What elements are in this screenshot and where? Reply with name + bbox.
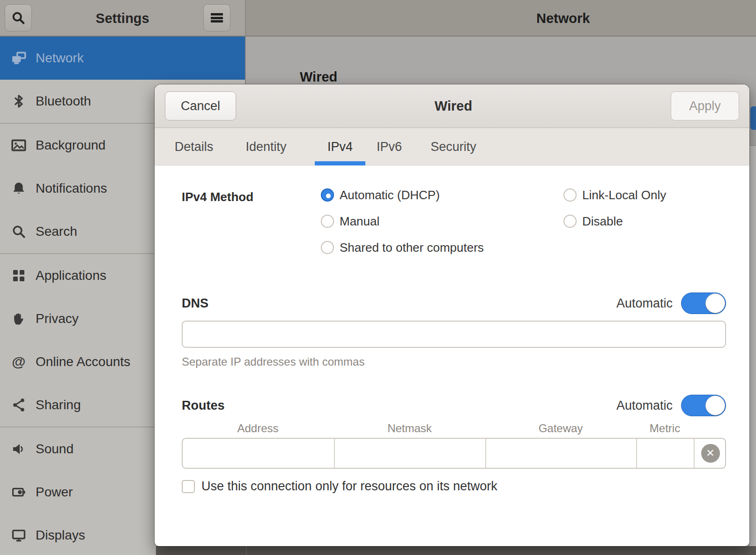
method-column-left: Automatic (DHCP) Manual Shared to other … (321, 187, 484, 255)
radio-on-icon (321, 188, 334, 202)
ipv4-method-label: IPv4 Method (182, 190, 253, 204)
route-metric-input[interactable] (637, 439, 694, 468)
wired-switch-fragment (750, 106, 756, 130)
sidebar-item-label: Sharing (36, 398, 81, 412)
network-page-title: Network (536, 0, 590, 37)
wired-panel-edge (749, 145, 756, 547)
dialog-bottom-shade (156, 546, 756, 555)
radio-link-local[interactable]: Link-Local Only (563, 187, 666, 203)
column-netmask: Netmask (334, 422, 485, 435)
routes-label: Routes (182, 398, 225, 413)
bluetooth-icon (10, 93, 27, 110)
image-icon (10, 137, 27, 154)
at-icon: @ (10, 353, 27, 370)
routes-automatic-toggle[interactable] (681, 395, 726, 416)
radio-shared[interactable]: Shared to other computers (321, 240, 484, 255)
bell-icon (10, 180, 27, 197)
method-column-right: Link-Local Only Disable (563, 187, 666, 229)
monitor-icon (10, 527, 27, 544)
toggle-knob (705, 293, 725, 313)
dns-input[interactable] (182, 321, 726, 348)
ipv4-page: IPv4 Method Automatic (DHCP) Manual Shar… (155, 187, 749, 494)
sidebar-item-label: Online Accounts (36, 354, 130, 369)
dialog-title: Wired (236, 98, 671, 114)
route-metric-cell (636, 439, 694, 468)
routes-automatic-group: Automatic (616, 395, 726, 416)
column-metric: Metric (636, 422, 694, 435)
menu-button[interactable] (203, 4, 230, 31)
wired-dialog: Cancel Wired Apply Details Identity IPv4… (155, 84, 749, 546)
routes-columns-header: Address Netmask Gateway Metric (182, 422, 726, 435)
settings-headerbar: Settings (0, 0, 245, 37)
radio-off-icon (563, 215, 577, 228)
hamburger-icon (211, 13, 223, 22)
dns-hint: Separate IP addresses with commas (182, 355, 726, 368)
dialog-headerbar: Cancel Wired Apply (155, 84, 749, 128)
dns-section-header: DNS Automatic (182, 292, 726, 314)
radio-off-icon (321, 215, 334, 228)
column-gateway: Gateway (485, 422, 636, 435)
radio-manual[interactable]: Manual (321, 213, 484, 229)
sidebar-item-label: Power (36, 485, 73, 500)
cancel-button[interactable]: Cancel (165, 91, 236, 120)
dialog-tabbar: Details Identity IPv4 IPv6 Security (155, 128, 749, 165)
route-gateway-cell (485, 439, 636, 468)
sidebar-item-label: Applications (36, 268, 106, 283)
sidebar-item-label: Background (36, 138, 105, 153)
routes-section-header: Routes Automatic (182, 395, 726, 416)
hand-icon (10, 310, 27, 327)
magnifier-icon (10, 223, 27, 240)
wired-section-title: Wired (300, 69, 337, 85)
ipv4-method-group: IPv4 Method Automatic (DHCP) Manual Shar… (182, 187, 726, 274)
tab-ipv6[interactable]: IPv6 (368, 128, 411, 165)
sidebar-item-label: Network (36, 51, 84, 66)
route-netmask-cell (334, 439, 485, 468)
battery-icon (10, 484, 27, 501)
share-icon (10, 397, 27, 413)
dns-automatic-label: Automatic (616, 296, 673, 311)
route-address-cell (183, 439, 334, 468)
route-address-input[interactable] (183, 439, 334, 468)
restrict-connection-row: Use this connection only for resources o… (182, 479, 726, 494)
restrict-connection-label: Use this connection only for resources o… (201, 479, 497, 494)
sidebar-item-label: Sound (36, 442, 74, 457)
radio-off-icon (321, 241, 334, 254)
column-address: Address (182, 422, 334, 435)
sidebar-item-label: Bluetooth (36, 94, 91, 109)
speaker-icon (10, 441, 27, 458)
radio-disable[interactable]: Disable (563, 213, 666, 229)
toggle-knob (705, 396, 725, 415)
sidebar-item-label: Displays (36, 528, 85, 543)
sidebar-divider-shadow (246, 546, 247, 555)
route-netmask-input[interactable] (335, 439, 485, 468)
radio-automatic-dhcp[interactable]: Automatic (DHCP) (321, 187, 484, 203)
sidebar-item-label: Notifications (36, 181, 107, 196)
close-icon: ✕ (706, 448, 714, 458)
network-icon (10, 50, 27, 67)
tab-security[interactable]: Security (422, 128, 484, 165)
route-row: ✕ (182, 438, 726, 469)
radio-off-icon (563, 188, 577, 202)
column-spacer (694, 422, 726, 435)
sidebar-item-label: Search (36, 224, 77, 239)
network-headerbar: Network (246, 0, 756, 37)
route-remove-cell: ✕ (694, 439, 726, 468)
restrict-connection-checkbox[interactable] (182, 480, 195, 493)
grid-icon (10, 267, 27, 284)
dns-automatic-toggle[interactable] (681, 292, 726, 314)
apply-button[interactable]: Apply (671, 91, 739, 120)
sidebar-item-label: Privacy (36, 311, 79, 326)
dns-label: DNS (182, 296, 208, 311)
sidebar-item-network[interactable]: Network (0, 37, 245, 80)
routes-automatic-label: Automatic (616, 398, 673, 413)
tab-identity[interactable]: Identity (240, 128, 292, 165)
tab-details[interactable]: Details (169, 128, 219, 165)
remove-route-button[interactable]: ✕ (701, 444, 720, 463)
tab-ipv4[interactable]: IPv4 (315, 128, 365, 165)
route-gateway-input[interactable] (486, 439, 636, 468)
dns-automatic-group: Automatic (616, 292, 726, 314)
